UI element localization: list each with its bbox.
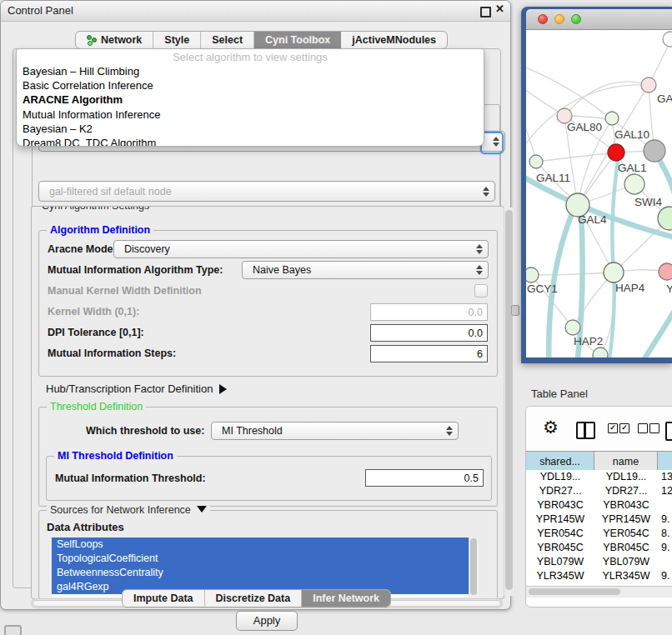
mi-threshold-field[interactable]: 0.5 bbox=[365, 469, 484, 487]
network-node-bottom[interactable] bbox=[593, 348, 608, 358]
network-node-top-green[interactable] bbox=[605, 112, 619, 125]
settings-vertical-scrollbar[interactable] bbox=[504, 208, 514, 596]
list-scrollbar[interactable] bbox=[469, 538, 479, 598]
algorithm-option[interactable]: Bayesian – K2 bbox=[17, 122, 484, 136]
network-node-hap2[interactable] bbox=[565, 320, 580, 335]
column-header[interactable]: shared... bbox=[526, 452, 594, 471]
network-edge[interactable] bbox=[564, 82, 649, 116]
control-panel-title: Control Panel bbox=[8, 4, 73, 17]
network-node-top-right[interactable] bbox=[663, 32, 672, 47]
float-window-icon[interactable] bbox=[480, 7, 491, 18]
table-horizontal-scrollbar[interactable] bbox=[526, 586, 672, 598]
algorithm-option[interactable]: ARACNE Algorithm bbox=[17, 92, 484, 107]
network-node-swi4[interactable] bbox=[658, 207, 672, 230]
manual-kernel-checkbox[interactable] bbox=[474, 284, 488, 298]
table-cell: YER054C bbox=[526, 527, 594, 541]
gear-icon[interactable]: ⚙ bbox=[543, 418, 559, 438]
network-node-pink-right[interactable] bbox=[659, 263, 672, 280]
network-node-gal10[interactable] bbox=[644, 140, 665, 162]
checked-checkbox-icon[interactable]: ✓ bbox=[619, 423, 629, 433]
mac-minimize-button[interactable] bbox=[554, 14, 564, 24]
collapse-down-icon bbox=[197, 506, 207, 512]
settings-vertical-thumb[interactable] bbox=[505, 210, 513, 590]
table-cell: YPR145W bbox=[594, 512, 658, 527]
table-row[interactable]: YDR27...YDR27...12 bbox=[526, 484, 672, 498]
table-row[interactable]: YDL19...YDL19...13 bbox=[526, 470, 672, 484]
node-label-gcy1: GCY1 bbox=[527, 282, 558, 295]
combo-stepper-icon bbox=[476, 265, 482, 275]
attribute-item[interactable]: TopologicalCoefficient bbox=[52, 552, 479, 566]
mi-type-combo[interactable]: Naive Bayes bbox=[242, 261, 489, 279]
panel-divider-handle[interactable] bbox=[511, 305, 519, 316]
manual-kernel-label: Manual Kernel Width Definition bbox=[48, 285, 202, 297]
network-edge[interactable] bbox=[619, 298, 672, 358]
network-canvas[interactable]: GALGAL80GAL10GAL1GAL11SWI4GAL4GCY1HAP4YH… bbox=[526, 30, 672, 358]
checked-checkbox-icon[interactable]: ✓ bbox=[608, 423, 618, 433]
network-view-window: GALGAL80GAL10GAL1GAL11SWI4GAL4GCY1HAP4YH… bbox=[521, 7, 672, 363]
table-cell: YPR145W bbox=[526, 512, 594, 527]
control-panel-titlebar[interactable]: Control Panel ✕ bbox=[1, 1, 510, 22]
kernel-width-field[interactable]: 0.0 bbox=[370, 303, 488, 321]
dpi-tolerance-label: DPI Tolerance [0,1]: bbox=[48, 327, 144, 338]
which-threshold-value: MI Threshold bbox=[222, 425, 283, 437]
aracne-mode-value: Discovery bbox=[124, 243, 170, 255]
mi-type-label: Mutual Information Algorithm Type: bbox=[48, 264, 223, 276]
tab-network[interactable]: Network bbox=[76, 32, 153, 48]
table-row[interactable]: YBR045CYBR045C9. bbox=[526, 541, 672, 555]
bottom-tab-discretize-data[interactable]: Discretize Data bbox=[205, 590, 303, 607]
network-node-gal11[interactable] bbox=[529, 155, 543, 168]
aracne-mode-combo[interactable]: Discovery bbox=[113, 240, 489, 258]
algorithm-option[interactable]: Bayesian – Hill Climbing bbox=[17, 64, 484, 78]
table-cell: YDR27... bbox=[526, 484, 594, 498]
table-row[interactable]: YPR145WYPR145W9. bbox=[526, 512, 672, 527]
network-graph[interactable]: GALGAL80GAL10GAL1GAL11SWI4GAL4GCY1HAP4YH… bbox=[526, 30, 672, 358]
network-data-combo[interactable]: gal-filtered sif default node bbox=[38, 181, 495, 202]
which-threshold-combo[interactable]: MI Threshold bbox=[211, 422, 459, 440]
table-row[interactable]: YER054CYER054C8. bbox=[526, 527, 672, 541]
network-node-hap4[interactable] bbox=[604, 262, 624, 282]
document-icon[interactable] bbox=[665, 422, 672, 441]
tab-select[interactable]: Select bbox=[201, 32, 254, 48]
table-row[interactable]: YBL079WYBL079W bbox=[526, 555, 672, 569]
attribute-item[interactable]: SelfLoops bbox=[52, 538, 479, 552]
list-scrollbar-thumb[interactable] bbox=[470, 538, 477, 595]
algorithm-option[interactable]: Dream8 DC_TDC Algorithm bbox=[17, 136, 484, 147]
table-cell: YDR27... bbox=[594, 484, 658, 498]
tab-cyni-toolbox[interactable]: Cyni Toolbox bbox=[254, 32, 341, 48]
network-node-red[interactable] bbox=[608, 144, 624, 161]
bottom-tab-impute-data[interactable]: Impute Data bbox=[123, 590, 205, 607]
window-grip-icon[interactable] bbox=[4, 625, 22, 635]
threshold-definition-title: Threshold Definition bbox=[47, 401, 146, 412]
algorithm-option[interactable]: Basic Correlation Inference bbox=[17, 78, 484, 92]
network-edge[interactable] bbox=[526, 85, 649, 152]
sources-group-title[interactable]: Sources for Network Inference bbox=[47, 504, 210, 516]
column-header[interactable]: name bbox=[594, 452, 658, 471]
hub-definition-toggle[interactable]: Hub/Transcription Factor Definition bbox=[46, 382, 227, 395]
close-icon[interactable]: ✕ bbox=[495, 2, 504, 15]
dpi-tolerance-field[interactable]: 0.0 bbox=[370, 324, 488, 342]
bottom-tab-infer-network[interactable]: Infer Network bbox=[302, 590, 390, 607]
apply-button[interactable]: Apply bbox=[236, 611, 298, 631]
table-row[interactable]: YLR345WYLR345W9. bbox=[526, 569, 672, 583]
columns-icon[interactable] bbox=[576, 422, 595, 439]
network-edge[interactable] bbox=[536, 152, 616, 162]
mac-close-button[interactable] bbox=[538, 14, 548, 24]
aracne-mode-label: Aracne Mode: bbox=[48, 243, 117, 255]
column-header[interactable]: A bbox=[658, 452, 672, 471]
algorithm-option[interactable]: Mutual Information Inference bbox=[17, 108, 484, 122]
node-label-gal80: GAL80 bbox=[567, 121, 602, 133]
table-scrollbar-thumb[interactable] bbox=[529, 588, 620, 595]
mi-steps-field[interactable]: 6 bbox=[370, 345, 488, 362]
network-node-gal1[interactable] bbox=[624, 174, 644, 194]
network-node-gcy1[interactable] bbox=[526, 268, 539, 282]
unchecked-checkbox-icon[interactable] bbox=[638, 423, 648, 433]
table-row[interactable]: YBR043CYBR043C bbox=[526, 498, 672, 512]
unchecked-checkbox-icon[interactable] bbox=[649, 423, 659, 433]
network-edge[interactable] bbox=[531, 272, 614, 275]
network-node-gal7[interactable] bbox=[641, 78, 656, 92]
network-window-titlebar[interactable] bbox=[526, 9, 672, 30]
tab-style[interactable]: Style bbox=[153, 32, 201, 48]
attribute-item[interactable]: BetweennessCentrality bbox=[52, 566, 479, 580]
tab-jactivemnodules[interactable]: jActiveMNodules bbox=[341, 32, 447, 48]
mac-zoom-button[interactable] bbox=[571, 14, 581, 24]
